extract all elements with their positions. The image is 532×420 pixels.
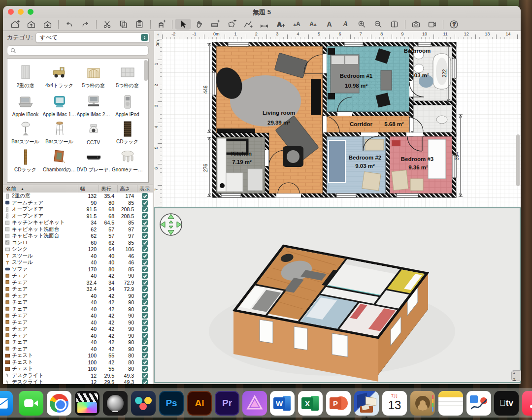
copy-button[interactable] (115, 19, 132, 30)
dock-contacts-icon[interactable] (410, 391, 435, 416)
visible-checkbox[interactable] (142, 206, 148, 212)
catalog-item[interactable]: Gnomeテー… (110, 145, 144, 173)
dock-chrome-icon[interactable] (47, 391, 71, 416)
title-bar[interactable]: 無題 5 (3, 6, 521, 18)
create-polylines-button[interactable] (240, 19, 256, 30)
furniture-row[interactable]: チェスト1005580 (3, 365, 153, 372)
visible-checkbox[interactable] (142, 299, 148, 305)
zoom-out-button[interactable] (370, 19, 386, 30)
catalog-item[interactable]: 4x4トラック (42, 61, 76, 89)
visible-checkbox[interactable] (142, 359, 148, 365)
create-video-button[interactable] (424, 19, 440, 30)
catalog-item[interactable]: Barスツール (42, 117, 76, 145)
visible-checkbox[interactable] (142, 266, 148, 272)
furniture-row[interactable]: アームチェア908085 (3, 199, 153, 206)
catalog-item[interactable]: 5つ枠の窓 (110, 61, 144, 89)
visible-checkbox[interactable] (142, 293, 148, 299)
decrease-text-size-button[interactable]: AA (289, 19, 305, 30)
furniture-row[interactable]: チェスト1004280 (3, 359, 153, 366)
catalog-grid[interactable]: 2重の窓4x4トラック5つ枠の窓5つ枠の窓Apple iBookApple iM… (7, 59, 149, 183)
italic-button[interactable]: A (337, 19, 354, 30)
create-walls-button[interactable] (207, 19, 224, 30)
visible-checkbox[interactable] (142, 320, 148, 325)
select-button[interactable] (175, 19, 191, 30)
dock-apple-tv-icon[interactable]: tv (494, 391, 519, 416)
dock-notes-icon[interactable] (438, 391, 463, 416)
visible-checkbox[interactable] (142, 273, 148, 279)
catalog-item[interactable]: Apple iMac 2… (76, 89, 110, 117)
dock-sweet-home-3d-icon[interactable] (354, 391, 379, 416)
dock-affinity-photo-icon[interactable] (242, 391, 267, 416)
dock-freeform-icon[interactable] (466, 391, 491, 416)
add-text-button[interactable]: A (272, 19, 289, 30)
visible-checkbox[interactable] (142, 326, 148, 332)
furniture-row[interactable]: チェスト1005580 (3, 352, 153, 359)
visible-checkbox[interactable] (142, 240, 148, 246)
furniture-row[interactable]: キッチンキャビネット3464.585 (3, 219, 153, 226)
furniture-row[interactable]: チェア404290 (3, 319, 153, 326)
visible-checkbox[interactable] (142, 373, 148, 379)
furniture-row[interactable]: デスクライト1229.549.3 (3, 372, 153, 379)
col-visible[interactable]: 表示 (137, 185, 153, 193)
furniture-row[interactable]: ソファ1708085 (3, 266, 153, 273)
catalog-item-partial[interactable] (8, 173, 42, 183)
catalog-item[interactable]: Apple iPod (110, 89, 144, 117)
visible-checkbox[interactable] (142, 253, 148, 259)
dock-music-icon[interactable] (522, 391, 532, 416)
bold-button[interactable]: A (321, 19, 337, 30)
visible-checkbox[interactable] (142, 353, 148, 358)
dock-word-icon[interactable]: W (270, 391, 295, 416)
add-furniture-button[interactable] (153, 19, 169, 30)
peeking-window-fragment[interactable]: ミュ (511, 370, 521, 381)
catalog-item[interactable]: DVD プレーヤ… (76, 145, 110, 173)
visible-checkbox[interactable] (142, 193, 148, 199)
dock-calendar-icon[interactable]: 7月13 (382, 391, 407, 416)
pan-button[interactable] (191, 19, 207, 30)
increase-text-size-button[interactable]: AA (305, 19, 321, 30)
furniture-row[interactable]: デスクライト1229.549.3 (3, 379, 153, 384)
catalog-item[interactable]: 5つ枠の窓 (76, 61, 110, 89)
visible-checkbox[interactable] (142, 379, 148, 384)
dock-powerpoint-icon[interactable]: P (326, 391, 351, 416)
dock-photoshop-icon[interactable]: Ps (159, 391, 184, 416)
visible-checkbox[interactable] (142, 200, 148, 206)
furniture-row[interactable]: キャビネット洗面台625797 (3, 232, 153, 239)
undo-button[interactable] (61, 19, 77, 30)
dock[interactable]: PsAiPrWXP7月13tv (0, 388, 532, 418)
furniture-row[interactable]: チェア404290 (3, 299, 153, 306)
catalog-scrollbar[interactable] (144, 60, 148, 81)
furniture-row[interactable]: チェア404290 (3, 312, 153, 319)
catalog-item-partial[interactable] (42, 173, 76, 183)
furniture-row[interactable]: オープンドア91.568208.5 (3, 213, 153, 220)
plan-scrollbar[interactable] (516, 134, 520, 186)
new-home-button[interactable] (7, 19, 23, 30)
catalog-item[interactable]: CCTV (76, 117, 110, 145)
dock-final-cut-pro-icon[interactable] (75, 391, 100, 416)
redo-button[interactable] (77, 19, 94, 30)
dock-premiere-pro-icon[interactable]: Pr (215, 391, 239, 416)
dock-compressor-icon[interactable] (103, 391, 128, 416)
create-photo-button[interactable] (408, 19, 424, 30)
dock-excel-icon[interactable]: X (298, 391, 323, 416)
catalog-item[interactable]: CDラック (8, 145, 42, 173)
help-button[interactable]: ? (446, 19, 462, 30)
furniture-row[interactable]: チェア32.43472.9 (3, 286, 153, 292)
create-dimensions-button[interactable] (256, 19, 272, 30)
furniture-table[interactable]: 2重の窓13235.4174アームチェア908085オープンドア91.56820… (3, 193, 153, 384)
col-height[interactable]: 高さ (117, 185, 137, 193)
catalog-item[interactable]: Apple iBook (8, 89, 42, 117)
cut-button[interactable] (99, 19, 115, 30)
visible-checkbox[interactable] (142, 339, 148, 345)
furniture-row[interactable]: キャビネット洗面台625797 (3, 226, 153, 233)
save-home-button[interactable] (39, 19, 56, 30)
catalog-item[interactable]: Chambordの… (42, 145, 76, 173)
col-width[interactable]: 幅 (78, 185, 99, 193)
dock-davinci-resolve-icon[interactable] (131, 391, 156, 416)
category-select[interactable]: すべて ▲▼ (35, 32, 150, 43)
visible-checkbox[interactable] (142, 306, 148, 312)
create-rooms-button[interactable] (224, 19, 240, 30)
catalog-item[interactable]: Barスツール (8, 117, 42, 145)
visible-checkbox[interactable] (142, 280, 148, 286)
col-name[interactable]: 名前 ▲ (3, 185, 78, 193)
camera-navigation-compass[interactable] (159, 212, 183, 237)
